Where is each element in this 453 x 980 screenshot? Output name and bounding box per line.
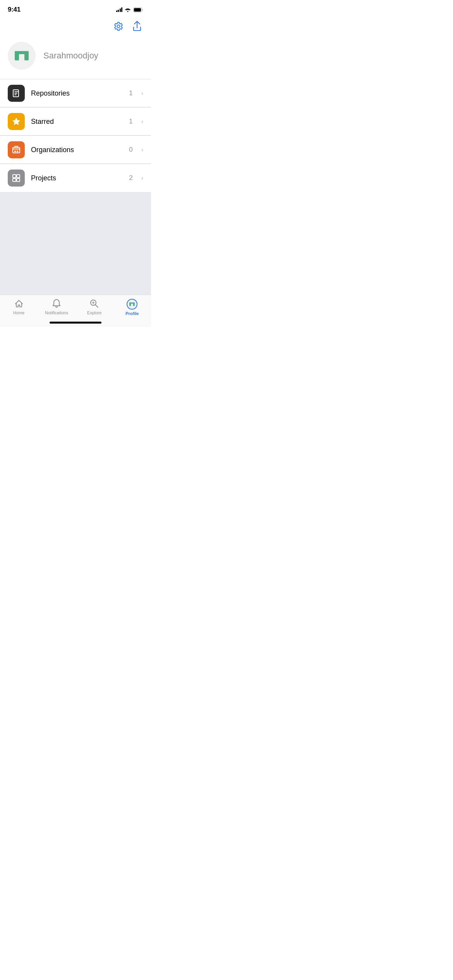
repositories-count: 1 — [129, 89, 132, 97]
starred-icon — [8, 113, 25, 130]
status-icons — [116, 7, 144, 12]
tab-home-label: Home — [13, 310, 24, 315]
profile-tab-avatar — [127, 299, 137, 310]
starred-item[interactable]: Starred 1 › — [0, 108, 151, 135]
organizations-icon — [8, 141, 25, 158]
svg-rect-11 — [13, 178, 16, 182]
tab-profile-label: Profile — [125, 311, 139, 316]
organizations-chevron: › — [141, 146, 143, 153]
profile-header: Sarahmoodjoy — [0, 37, 151, 79]
svg-rect-15 — [129, 302, 131, 306]
home-indicator — [50, 322, 101, 324]
repositories-label: Repositories — [31, 89, 123, 98]
svg-rect-1 — [134, 8, 141, 12]
notifications-icon — [51, 299, 62, 309]
tab-explore-label: Explore — [87, 310, 101, 315]
projects-icon — [8, 170, 25, 187]
projects-count: 2 — [129, 174, 132, 182]
svg-rect-12 — [17, 178, 20, 182]
signal-icon — [116, 7, 123, 12]
projects-chevron: › — [141, 175, 143, 182]
tab-explore[interactable]: Explore — [76, 299, 113, 316]
battery-icon — [133, 7, 143, 12]
organizations-item[interactable]: Organizations 0 › — [0, 136, 151, 164]
svg-rect-6 — [13, 147, 20, 153]
svg-rect-16 — [133, 302, 135, 306]
top-actions — [0, 17, 151, 37]
svg-rect-7 — [14, 151, 16, 152]
home-icon — [14, 299, 24, 309]
username: Sarahmoodjoy — [43, 51, 98, 61]
repositories-icon — [8, 85, 25, 102]
svg-rect-4 — [24, 51, 29, 60]
explore-icon — [89, 299, 100, 309]
starred-label: Starred — [31, 118, 123, 126]
status-time: 9:41 — [8, 6, 21, 14]
tab-notifications-label: Notifications — [45, 310, 68, 315]
svg-rect-10 — [17, 175, 20, 178]
menu-list: Repositories 1 › Starred 1 › Organizatio… — [0, 79, 151, 192]
projects-label: Projects — [31, 174, 123, 182]
avatar — [8, 42, 36, 70]
repositories-chevron: › — [141, 90, 143, 97]
tab-home[interactable]: Home — [0, 299, 38, 316]
settings-button[interactable] — [112, 20, 125, 33]
repositories-item[interactable]: Repositories 1 › — [0, 79, 151, 107]
starred-chevron: › — [141, 118, 143, 125]
tab-profile[interactable]: Profile — [113, 299, 151, 316]
organizations-label: Organizations — [31, 146, 123, 154]
organizations-count: 0 — [129, 146, 132, 154]
starred-count: 1 — [129, 118, 132, 125]
svg-rect-8 — [17, 151, 18, 152]
status-bar: 9:41 — [0, 0, 151, 17]
svg-rect-9 — [13, 175, 16, 178]
tab-notifications[interactable]: Notifications — [38, 299, 76, 316]
svg-rect-3 — [15, 51, 19, 60]
share-button[interactable] — [131, 20, 143, 33]
wifi-icon — [125, 7, 131, 12]
projects-item[interactable]: Projects 2 › — [0, 164, 151, 192]
